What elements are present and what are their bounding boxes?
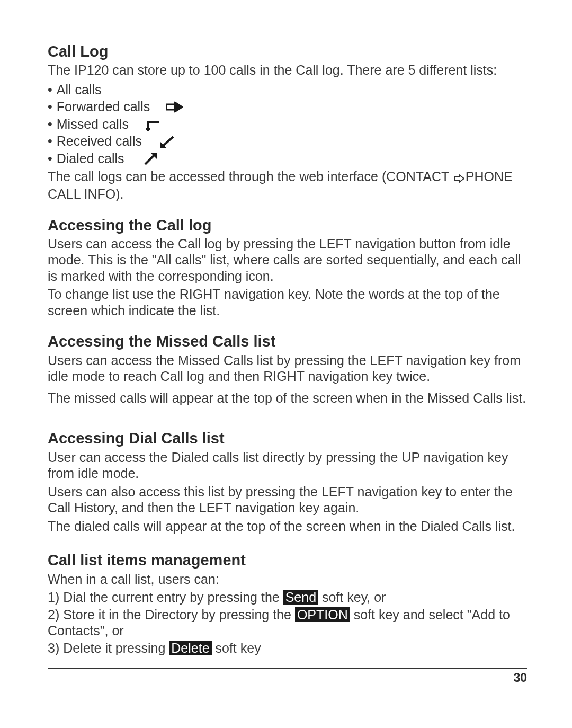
bullet-icon: •	[48, 133, 52, 149]
received-icon	[151, 133, 183, 149]
mgmt-item: 3) Delete it pressing Delete soft key	[48, 640, 527, 656]
svg-line-1	[163, 137, 173, 146]
footer-divider	[48, 668, 527, 669]
dialed-icon	[134, 150, 166, 167]
heading-call-log: Call Log	[48, 42, 527, 61]
mgmt-item-pre: 3) Delete it pressing	[48, 641, 165, 655]
heading-access-missed: Accessing the Missed Calls list	[48, 332, 527, 351]
list-item-label: Received calls	[57, 133, 142, 149]
heading-mgmt: Call list items management	[48, 551, 527, 570]
list-item: • All calls	[48, 82, 527, 98]
list-item-label: Forwarded calls	[57, 99, 150, 115]
softkey-option: OPTION	[295, 607, 350, 622]
body-text: Users can also access this list by press…	[48, 484, 527, 516]
list-item-label: Missed calls	[57, 116, 129, 132]
web-access-pre: The call logs can be accessed through th…	[48, 169, 453, 184]
call-log-intro: The IP120 can store up to 100 calls in t…	[48, 62, 527, 78]
body-text: To change list use the RIGHT navigation …	[48, 286, 527, 318]
softkey-send: Send	[283, 590, 318, 605]
body-text: Users can access the Call log by pressin…	[48, 236, 527, 285]
list-item: • Forwarded calls	[48, 99, 527, 115]
list-item: • Dialed calls	[48, 150, 527, 167]
list-item-label: Dialed calls	[57, 150, 124, 167]
svg-line-2	[145, 155, 155, 164]
page-number: 30	[48, 670, 527, 685]
mgmt-item: 1) Dial the current entry by pressing th…	[48, 589, 527, 606]
list-item: • Received calls	[48, 133, 527, 149]
mgmt-item-pre: 2) Store it in the Directory by pressing…	[48, 607, 291, 622]
body-text: Users can access the Missed Calls list b…	[48, 352, 527, 385]
list-item-label: All calls	[57, 82, 102, 98]
heading-access-call-log: Accessing the Call log	[48, 216, 527, 235]
bullet-icon: •	[48, 116, 52, 132]
forwarded-icon	[159, 99, 191, 115]
list-item: • Missed calls	[48, 116, 527, 132]
softkey-delete: Delete	[169, 641, 211, 655]
mgmt-intro: When in a call list, users can:	[48, 571, 527, 588]
missed-icon	[138, 116, 170, 132]
mgmt-item: 2) Store it in the Directory by pressing…	[48, 607, 527, 639]
body-text: The missed calls will appear at the top …	[48, 390, 527, 406]
bullet-icon: •	[48, 82, 52, 98]
mgmt-item-post: soft key	[216, 641, 261, 655]
web-access-note: The call logs can be accessed through th…	[48, 168, 527, 202]
bullet-icon: •	[48, 99, 52, 115]
heading-access-dial: Accessing Dial Calls list	[48, 429, 527, 448]
mgmt-item-post: soft key, or	[322, 590, 386, 605]
body-text: User can access the Dialed calls list di…	[48, 449, 527, 482]
body-text: The dialed calls will appear at the top …	[48, 518, 527, 535]
mgmt-item-pre: 1) Dial the current entry by pressing th…	[48, 590, 280, 605]
breadcrumb-arrow-icon	[454, 170, 464, 187]
call-types-list: • All calls • Forwarded calls • Missed c…	[48, 82, 527, 167]
mgmt-list: 1) Dial the current entry by pressing th…	[48, 589, 527, 656]
bullet-icon: •	[48, 150, 52, 167]
